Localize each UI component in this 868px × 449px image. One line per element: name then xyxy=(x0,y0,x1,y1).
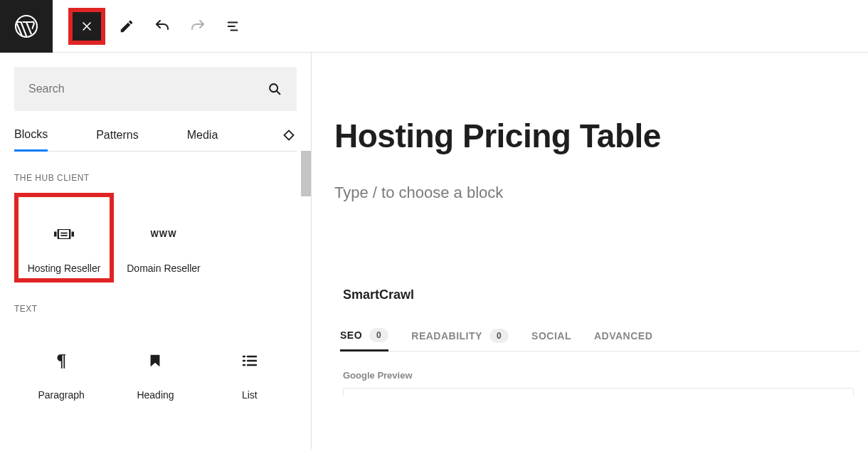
tab-media[interactable]: Media xyxy=(187,120,218,150)
block-heading[interactable]: Heading xyxy=(108,324,202,405)
block-paragraph[interactable]: ¶ Paragraph xyxy=(14,324,108,405)
hosting-reseller-icon xyxy=(54,229,74,239)
google-preview-label: Google Preview xyxy=(343,370,861,381)
block-placeholder[interactable]: Type / to choose a block xyxy=(334,184,861,202)
inserter-tabs: Blocks Patterns Media xyxy=(14,120,297,152)
heading-icon xyxy=(147,353,163,369)
block-search xyxy=(14,67,297,111)
close-inserter-highlight xyxy=(68,8,105,45)
svg-rect-6 xyxy=(60,235,67,236)
design-tools-icon[interactable] xyxy=(281,127,297,143)
block-hosting-reseller[interactable]: Hosting Reseller xyxy=(14,193,114,282)
block-label: Heading xyxy=(137,389,174,401)
smartcrawl-title: SmartCrawl xyxy=(343,287,861,302)
tab-label: SEO xyxy=(340,329,362,341)
smartcrawl-panel: SmartCrawl SEO 0 READABILITY 0 SOCIAL AD… xyxy=(334,287,861,396)
search-input[interactable] xyxy=(28,83,267,95)
tab-label: ADVANCED xyxy=(594,330,652,342)
svg-rect-3 xyxy=(54,232,57,237)
wordpress-logo[interactable] xyxy=(0,0,53,53)
block-domain-reseller[interactable]: WWW Domain Reseller xyxy=(114,193,213,282)
undo-button[interactable] xyxy=(148,12,176,41)
group-title-text: TEXT xyxy=(14,304,297,314)
block-list[interactable]: List xyxy=(203,324,297,405)
seo-badge: 0 xyxy=(369,328,388,342)
redo-button[interactable] xyxy=(184,12,212,41)
svg-rect-4 xyxy=(58,229,70,239)
edit-tool-button[interactable] xyxy=(112,12,141,41)
group-title-hub: THE HUB CLIENT xyxy=(14,173,297,183)
tab-patterns[interactable]: Patterns xyxy=(96,120,139,150)
block-label: Hosting Reseller xyxy=(28,263,101,274)
document-overview-button[interactable] xyxy=(219,12,248,41)
svg-rect-2 xyxy=(285,131,294,140)
page-title[interactable]: Hosting Pricing Table xyxy=(334,117,861,155)
block-label: List xyxy=(242,389,258,401)
google-preview-box xyxy=(343,388,854,396)
scrollbar[interactable] xyxy=(301,151,311,196)
svg-rect-7 xyxy=(72,232,75,237)
search-icon xyxy=(267,81,282,97)
tab-label: READABILITY xyxy=(411,330,482,342)
tab-social[interactable]: SOCIAL xyxy=(531,323,571,349)
tab-blocks[interactable]: Blocks xyxy=(14,120,48,152)
smartcrawl-tabs: SEO 0 READABILITY 0 SOCIAL ADVANCED xyxy=(340,321,861,352)
tab-advanced[interactable]: ADVANCED xyxy=(594,323,652,349)
paragraph-icon: ¶ xyxy=(56,350,66,371)
tab-label: SOCIAL xyxy=(531,330,571,342)
close-inserter-button[interactable] xyxy=(73,12,101,41)
tab-seo[interactable]: SEO 0 xyxy=(340,321,388,352)
block-label: Domain Reseller xyxy=(127,263,200,274)
readability-badge: 0 xyxy=(489,329,509,343)
editor-canvas: Hosting Pricing Table Type / to choose a… xyxy=(312,53,868,449)
editor-toolbar xyxy=(0,0,868,53)
list-icon xyxy=(241,352,258,369)
block-label: Paragraph xyxy=(38,389,84,401)
block-inserter-panel: Blocks Patterns Media THE HUB CLIENT Hos… xyxy=(0,53,312,449)
svg-rect-5 xyxy=(60,233,67,234)
domain-reseller-icon: WWW xyxy=(151,229,177,239)
tab-readability[interactable]: READABILITY 0 xyxy=(411,322,509,350)
